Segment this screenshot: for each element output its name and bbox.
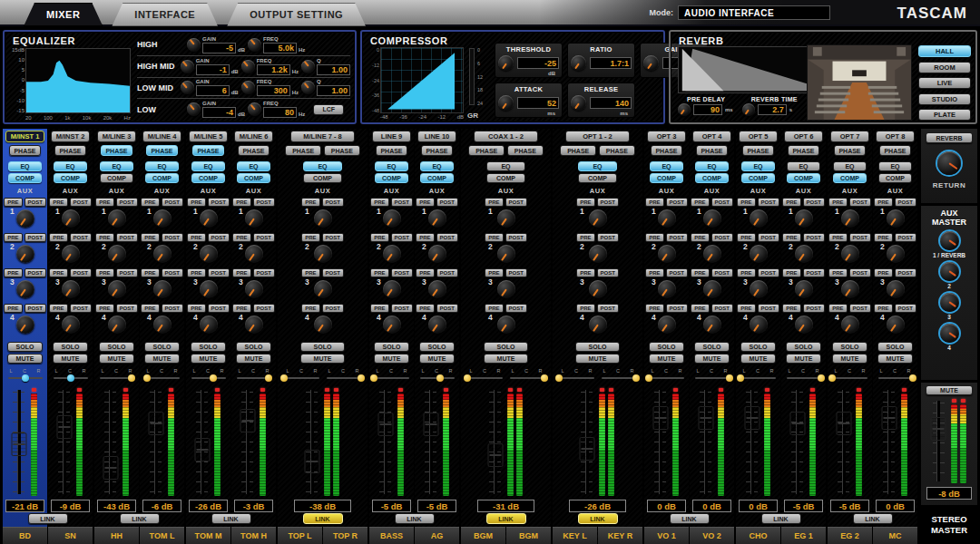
phase-button[interactable]: PHASE bbox=[324, 145, 360, 156]
eq-freq-knob[interactable] bbox=[248, 38, 261, 52]
phase-button[interactable]: PHASE bbox=[696, 145, 728, 156]
eq-button[interactable]: EQ bbox=[8, 161, 41, 171]
aux-post-button[interactable]: POST bbox=[597, 233, 619, 242]
aux-pre-button[interactable]: PRE bbox=[645, 304, 663, 313]
aux-post-button[interactable]: POST bbox=[711, 233, 733, 242]
aux-pre-button[interactable]: PRE bbox=[301, 268, 319, 277]
fader-db-value[interactable]: -43 dB bbox=[97, 500, 135, 512]
eq-button[interactable]: EQ bbox=[578, 161, 618, 171]
pan-slider[interactable]: LCR bbox=[417, 366, 457, 384]
aux-master-knob-1[interactable] bbox=[940, 231, 959, 250]
eq-button[interactable]: EQ bbox=[650, 161, 682, 171]
mute-button[interactable]: MUTE bbox=[740, 354, 776, 364]
aux-post-button[interactable]: POST bbox=[758, 233, 779, 242]
phase-button[interactable]: PHASE bbox=[507, 145, 544, 156]
aux-post-button[interactable]: POST bbox=[322, 304, 344, 313]
aux-post-button[interactable]: POST bbox=[895, 198, 916, 207]
fader-db-value[interactable]: -9 dB bbox=[51, 500, 89, 512]
pan-knob[interactable] bbox=[128, 374, 135, 382]
comp-button[interactable]: COMP bbox=[375, 173, 407, 183]
phase-button[interactable]: PHASE bbox=[421, 145, 453, 156]
aux-send-knob[interactable] bbox=[62, 316, 80, 334]
phase-button[interactable]: PHASE bbox=[468, 145, 505, 156]
mute-button[interactable]: MUTE bbox=[575, 354, 621, 364]
aux-post-button[interactable]: POST bbox=[208, 233, 230, 242]
aux-post-button[interactable]: POST bbox=[436, 268, 458, 277]
aux-post-button[interactable]: POST bbox=[666, 268, 688, 277]
aux-send-knob[interactable] bbox=[703, 316, 721, 334]
aux-send-knob[interactable] bbox=[62, 280, 80, 298]
fader-track[interactable] bbox=[654, 388, 666, 496]
aux-pre-button[interactable]: PRE bbox=[49, 304, 67, 313]
master-mute-button[interactable]: MUTE bbox=[926, 385, 973, 395]
fader-track[interactable] bbox=[306, 388, 318, 496]
aux-post-button[interactable]: POST bbox=[391, 198, 413, 207]
aux-send-knob[interactable] bbox=[383, 280, 401, 298]
release-value[interactable]: 140 bbox=[590, 97, 632, 109]
aux-send-knob[interactable] bbox=[795, 280, 813, 298]
aux-send-knob[interactable] bbox=[245, 280, 263, 298]
aux-post-button[interactable]: POST bbox=[70, 233, 92, 242]
eq-button[interactable]: EQ bbox=[787, 161, 819, 171]
comp-button[interactable]: COMP bbox=[145, 173, 178, 183]
aux-send-knob[interactable] bbox=[589, 209, 607, 228]
channel-name-button[interactable]: M/INST 2 bbox=[51, 131, 90, 142]
fader-cap[interactable] bbox=[698, 406, 713, 430]
fader-cap[interactable] bbox=[652, 406, 668, 430]
pan-knob[interactable] bbox=[280, 374, 288, 382]
aux-send-knob[interactable] bbox=[589, 280, 607, 298]
aux-post-button[interactable]: POST bbox=[116, 268, 138, 277]
reverb-type-hall[interactable]: HALL bbox=[918, 45, 971, 57]
aux-post-button[interactable]: POST bbox=[70, 304, 92, 313]
link-button[interactable]: LINK bbox=[28, 513, 68, 524]
fader-cap[interactable] bbox=[304, 450, 319, 473]
eq-button[interactable]: EQ bbox=[100, 161, 132, 171]
pan-slider[interactable]: LCR bbox=[647, 366, 687, 384]
aux-send-knob[interactable] bbox=[16, 280, 34, 298]
eq-q-value[interactable]: 1.00 bbox=[317, 85, 350, 96]
channel-name-button[interactable]: M/LINE 7 - 8 bbox=[290, 131, 355, 142]
solo-button[interactable]: SOLO bbox=[99, 342, 134, 352]
aux-send-knob[interactable] bbox=[658, 280, 676, 298]
aux-pre-button[interactable]: PRE bbox=[874, 198, 892, 207]
aux-post-button[interactable]: POST bbox=[162, 304, 183, 313]
aux-pre-button[interactable]: PRE bbox=[874, 268, 892, 277]
solo-button[interactable]: SOLO bbox=[649, 342, 684, 352]
fader-track[interactable] bbox=[58, 388, 70, 496]
channel-name-button[interactable]: M/LINE 6 bbox=[234, 131, 273, 142]
eq-q-knob[interactable] bbox=[301, 60, 315, 73]
aux-pre-button[interactable]: PRE bbox=[187, 198, 205, 207]
aux-send-knob[interactable] bbox=[16, 316, 34, 334]
aux-pre-button[interactable]: PRE bbox=[645, 268, 663, 277]
aux-pre-button[interactable]: PRE bbox=[874, 233, 892, 242]
fader-track[interactable] bbox=[700, 388, 711, 496]
aux-send-knob[interactable] bbox=[841, 209, 859, 228]
fader-track[interactable] bbox=[838, 388, 849, 496]
channel-name-button[interactable]: LINE 10 bbox=[417, 131, 456, 142]
eq-q-knob[interactable] bbox=[301, 81, 315, 94]
fader-cap[interactable] bbox=[836, 412, 851, 435]
aux-send-knob[interactable] bbox=[245, 245, 263, 263]
aux-send-knob[interactable] bbox=[153, 245, 172, 263]
aux-post-button[interactable]: POST bbox=[208, 198, 230, 207]
fader-cap[interactable] bbox=[11, 432, 26, 456]
comp-button[interactable]: COMP bbox=[420, 173, 453, 183]
eq-freq-value[interactable]: 5.0k bbox=[263, 43, 297, 53]
fader-db-value[interactable]: -3 dB bbox=[234, 500, 272, 512]
fader-cap[interactable] bbox=[103, 456, 118, 480]
tab-output-setting[interactable]: OUTPUT SETTING bbox=[227, 3, 366, 26]
comp-button[interactable]: COMP bbox=[237, 173, 270, 183]
eq-freq-value[interactable]: 300 bbox=[257, 85, 290, 96]
aux-post-button[interactable]: POST bbox=[505, 268, 527, 277]
fader-cap[interactable] bbox=[789, 412, 805, 435]
aux-send-knob[interactable] bbox=[314, 209, 332, 228]
pan-slider[interactable]: LCR bbox=[5, 366, 45, 384]
eq-button[interactable]: EQ bbox=[741, 161, 774, 171]
comp-button[interactable]: COMP bbox=[741, 173, 774, 183]
pan-knob[interactable] bbox=[828, 374, 836, 382]
aux-pre-button[interactable]: PRE bbox=[4, 304, 22, 313]
reverb-type-room[interactable]: ROOM bbox=[918, 62, 971, 73]
comp-button[interactable]: COMP bbox=[486, 173, 526, 183]
pan-knob[interactable] bbox=[358, 374, 365, 382]
aux-pre-button[interactable]: PRE bbox=[828, 198, 847, 207]
